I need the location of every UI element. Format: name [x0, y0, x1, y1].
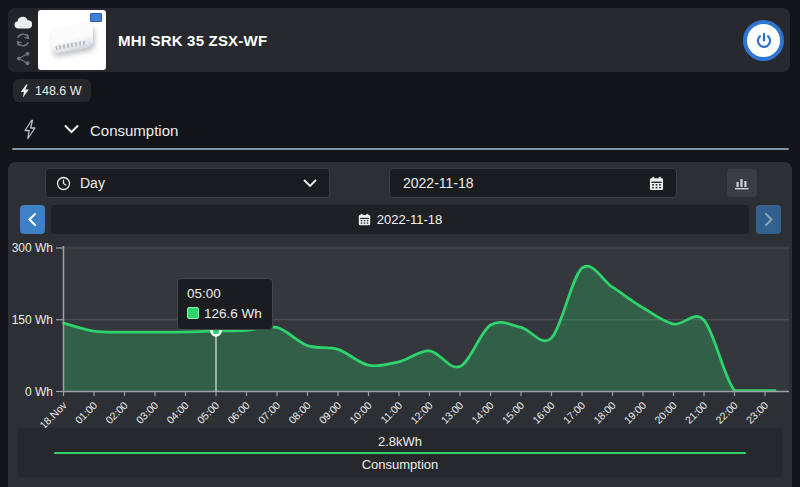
calendar-icon — [649, 176, 664, 191]
section-title: Consumption — [90, 112, 178, 148]
chart-tooltip: 05:00 126.6 Wh — [177, 278, 273, 330]
share-icon[interactable] — [14, 50, 32, 66]
ac-unit-picture — [51, 22, 93, 54]
chevron-down-icon — [303, 179, 317, 188]
power-button[interactable] — [743, 20, 784, 61]
chevron-right-icon — [763, 212, 774, 227]
lightning-icon — [20, 84, 30, 98]
current-power-value: 148.6 W — [35, 84, 82, 98]
selected-date-label: 2022-11-18 — [377, 212, 443, 227]
chart-type-button[interactable] — [727, 169, 757, 197]
previous-day-button[interactable] — [20, 205, 45, 234]
ac-display-badge — [90, 13, 102, 22]
tooltip-time: 05:00 — [187, 284, 262, 304]
chart-legend[interactable]: 2.8kWh Consumption — [18, 428, 782, 477]
lightning-outline-icon — [23, 119, 37, 140]
device-title: MHI SRK 35 ZSX-WF — [118, 8, 267, 72]
device-action-strip — [8, 8, 38, 72]
chevron-down-icon[interactable] — [63, 123, 80, 135]
series-color-line — [54, 452, 746, 454]
total-consumption: 2.8kWh — [378, 434, 422, 449]
legend-label: Consumption — [362, 457, 439, 472]
bar-chart-icon — [734, 176, 750, 190]
device-image[interactable] — [38, 10, 106, 70]
tooltip-value: 126.6 Wh — [204, 304, 262, 324]
power-icon — [754, 31, 774, 51]
ac-vent — [55, 40, 87, 50]
current-power-badge: 148.6 W — [13, 79, 91, 102]
period-select-value: Day — [80, 175, 105, 191]
chevron-left-icon — [27, 212, 38, 227]
device-header-card: MHI SRK 35 ZSX-WF — [8, 8, 790, 72]
date-input-value: 2022-11-18 — [403, 175, 474, 191]
calendar-icon — [358, 213, 371, 226]
next-day-button[interactable] — [756, 205, 781, 234]
chart-plot-area[interactable] — [63, 246, 789, 392]
device-energy-page: MHI SRK 35 ZSX-WF 148.6 W Consumption — [0, 0, 800, 487]
clock-icon — [56, 176, 71, 191]
period-select[interactable]: Day — [45, 168, 330, 198]
selected-date-bar[interactable]: 2022-11-18 — [51, 205, 749, 234]
cloud-icon[interactable] — [14, 14, 32, 30]
series-swatch — [187, 307, 199, 319]
date-input[interactable]: 2022-11-18 — [389, 168, 677, 198]
refresh-icon[interactable] — [14, 32, 32, 48]
consumption-section-header: Consumption — [0, 112, 800, 148]
section-divider — [12, 148, 789, 150]
